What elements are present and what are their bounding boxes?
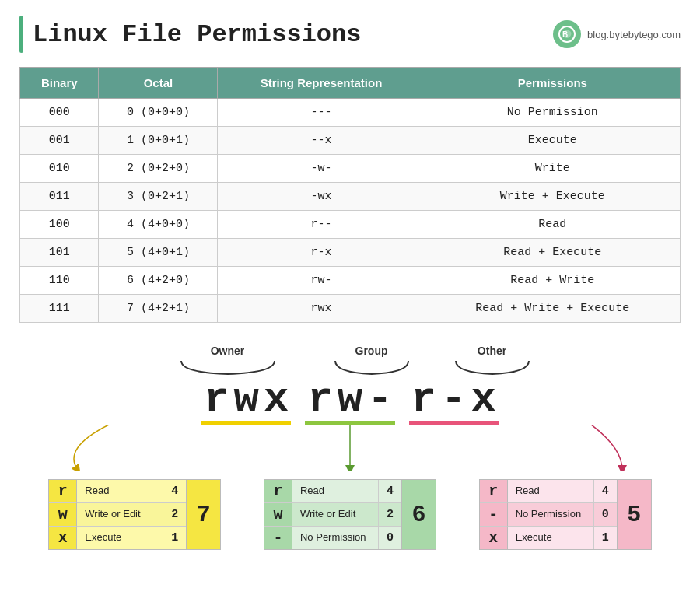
cell-r1-c1: 1 (0+0+1) (99, 127, 218, 155)
owner-box-exec-val: 1 (163, 527, 186, 549)
owner-char-w: w (232, 379, 261, 425)
other-box-letter-x: x (480, 527, 508, 549)
table-row: 0011 (0+0+1)--xExecute (20, 127, 681, 155)
table-row: 1117 (4+2+1)rwxRead + Write + Execute (20, 295, 681, 323)
cell-r3-c0: 011 (20, 183, 99, 211)
other-label: Other (478, 345, 506, 357)
cell-r4-c2: r-- (218, 211, 425, 239)
cell-r2-c0: 010 (20, 155, 99, 183)
col-header-permissions: Permissions (425, 68, 680, 99)
group-box-read-label: Read (292, 480, 378, 503)
group-box-total: 6 (401, 480, 436, 549)
other-label-group: Other (442, 345, 543, 379)
other-box-noperm-val: 0 (593, 503, 617, 527)
owner-box-read-val: 4 (163, 480, 186, 503)
other-box-total: 5 (617, 480, 651, 549)
other-char-x: x (468, 379, 498, 425)
page-header: Linux File Permissions B blog.bytebytego… (19, 16, 681, 53)
table-row: 0000 (0+0+0)---No Permission (20, 99, 681, 127)
table-row: 1015 (4+0+1)r-xRead + Execute (20, 239, 681, 267)
group-box-letter-r: r (264, 480, 292, 503)
cell-r3-c3: Write + Execute (425, 183, 680, 211)
other-box-letter-dash: - (480, 503, 508, 527)
cell-r1-c2: --x (218, 127, 425, 155)
group-box-letter-dash: - (264, 527, 292, 549)
table-row: 0102 (0+2+0)-w-Write (20, 155, 681, 183)
permission-chars-row: r w x r w - r - x (201, 379, 499, 425)
brand-area: B blog.bytebytego.com (553, 20, 681, 48)
cell-r7-c3: Read + Write + Execute (425, 295, 680, 323)
col-header-string: String Representation (218, 68, 425, 99)
owner-box-write-val: 2 (163, 503, 186, 527)
owner-box-letter-x: x (49, 527, 77, 549)
cell-r1-c0: 001 (20, 127, 99, 155)
other-char-r: r (409, 379, 439, 425)
group-char-w: w (335, 379, 365, 425)
group-box-write-label: Write or Edit (292, 503, 378, 527)
cell-r2-c2: -w- (218, 155, 425, 183)
table-row: 1106 (4+2+0)rw-Read + Write (20, 267, 681, 295)
cell-r6-c1: 6 (4+2+0) (99, 267, 218, 295)
group-char-r: r (305, 379, 334, 425)
group-box-write-val: 2 (378, 503, 401, 527)
table-row: 1004 (4+0+0)r--Read (20, 211, 681, 239)
cell-r7-c2: rwx (218, 295, 425, 323)
cell-r6-c3: Read + Write (425, 267, 680, 295)
other-box: r Read 4 - No Permission 0 x Execute 1 5 (479, 479, 652, 550)
other-box-read-label: Read (508, 480, 593, 503)
group-label-group: Group (321, 345, 422, 379)
other-box-noperm-label: No Permission (508, 503, 593, 527)
cell-r4-c1: 4 (4+0+0) (99, 211, 218, 239)
cell-r0-c3: No Permission (425, 99, 680, 127)
owner-box-total: 7 (186, 480, 220, 549)
svg-text:B: B (562, 30, 568, 39)
title-area: Linux File Permissions (19, 16, 361, 53)
cell-r3-c1: 3 (0+2+1) (99, 183, 218, 211)
owner-box-write-label: Write or Edit (77, 503, 163, 527)
group-box-noperm-val: 0 (378, 527, 401, 549)
bottom-boxes: r Read 4 w Write or Edit 2 x Execute 1 7… (19, 479, 681, 550)
page-title: Linux File Permissions (33, 20, 361, 49)
cell-r1-c3: Execute (425, 127, 680, 155)
permission-diagram: Owner Group Other r w x (19, 345, 681, 471)
brand-text: blog.bytebytego.com (587, 29, 681, 40)
other-char-dash: - (439, 379, 468, 425)
cell-r4-c0: 100 (20, 211, 99, 239)
table-row: 0113 (0+2+1)-wxWrite + Execute (20, 183, 681, 211)
cell-r5-c2: r-x (218, 239, 425, 267)
cell-r5-c0: 101 (20, 239, 99, 267)
owner-char-r: r (201, 379, 231, 425)
cell-r6-c2: rw- (218, 267, 425, 295)
cell-r2-c1: 2 (0+2+0) (99, 155, 218, 183)
cell-r6-c0: 110 (20, 267, 99, 295)
cell-r7-c0: 111 (20, 295, 99, 323)
owner-box-read-label: Read (77, 480, 163, 503)
title-bar-decoration (19, 16, 23, 53)
cell-r2-c3: Write (425, 155, 680, 183)
group-char-dash: - (365, 379, 394, 425)
owner-label: Owner (211, 345, 245, 357)
group-box-noperm-label: No Permission (292, 527, 378, 549)
cell-r4-c3: Read (425, 211, 680, 239)
cell-r0-c2: --- (218, 99, 425, 127)
other-box-exec-label: Execute (508, 527, 593, 549)
group-box-read-val: 4 (378, 480, 401, 503)
col-header-octal: Octal (99, 68, 218, 99)
group-box: r Read 4 w Write or Edit 2 - No Permissi… (264, 479, 436, 550)
owner-label-group: Owner (158, 345, 298, 379)
group-label: Group (355, 345, 388, 357)
owner-box: r Read 4 w Write or Edit 2 x Execute 1 7 (48, 479, 221, 550)
other-box-read-val: 4 (593, 480, 617, 503)
permissions-table: Binary Octal String Representation Permi… (19, 67, 681, 323)
brand-icon: B (553, 20, 581, 48)
cell-r0-c1: 0 (0+0+0) (99, 99, 218, 127)
other-box-exec-val: 1 (593, 527, 617, 549)
cell-r5-c1: 5 (4+0+1) (99, 239, 218, 267)
owner-box-letter-r: r (49, 480, 77, 503)
owner-box-exec-label: Execute (77, 527, 163, 549)
owner-box-letter-w: w (49, 503, 77, 527)
cell-r5-c3: Read + Execute (425, 239, 680, 267)
arrows-diagram (16, 425, 684, 471)
cell-r7-c1: 7 (4+2+1) (99, 295, 218, 323)
cell-r3-c2: -wx (218, 183, 425, 211)
